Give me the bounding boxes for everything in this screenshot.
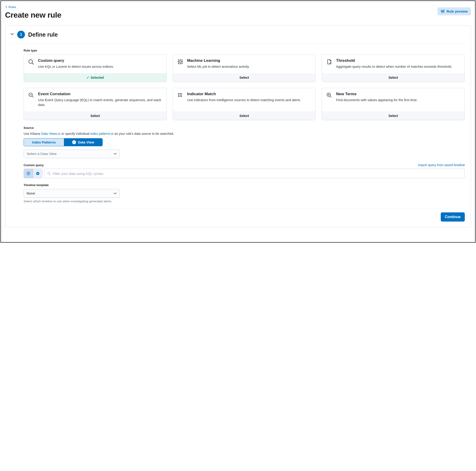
svg-point-20 <box>178 95 179 95</box>
search-icon <box>28 58 35 69</box>
svg-rect-2 <box>443 10 444 12</box>
card-title: Event Correlation <box>38 92 163 96</box>
check-icon: ✓ <box>86 76 89 80</box>
card-desc: Aggregate query results to detect when n… <box>336 64 461 69</box>
timeline-icon <box>441 9 445 13</box>
filter-options-button[interactable] <box>24 169 33 178</box>
svg-point-11 <box>180 63 181 64</box>
panel-footer: Continue <box>24 212 465 222</box>
chevron-down-icon <box>114 192 117 195</box>
rule-type-event-correlation[interactable]: Event Correlation Use Event Query Langua… <box>24 88 167 120</box>
topbar: Rules Create new rule Rule preview <box>5 5 471 19</box>
left-head: Rules Create new rule <box>5 5 61 19</box>
svg-point-3 <box>29 60 33 63</box>
svg-point-33 <box>48 172 50 174</box>
data-view-select[interactable]: Select a Data View <box>24 149 120 158</box>
back-link-label: Rules <box>8 5 16 9</box>
ml-icon <box>177 58 184 69</box>
source-help-text: Use Kibana Data Views or specify individ… <box>24 132 465 136</box>
svg-point-6 <box>180 60 181 60</box>
rule-type-cards: Custom query Use KQL or Lucene to detect… <box>24 54 465 120</box>
svg-line-4 <box>32 63 34 65</box>
timeline-template-value: None <box>27 191 35 195</box>
add-filter-button[interactable] <box>33 169 42 178</box>
search-icon <box>47 172 51 175</box>
card-footer-select[interactable]: Select <box>322 112 465 120</box>
svg-point-19 <box>178 93 179 94</box>
svg-point-7 <box>182 60 182 60</box>
rule-type-indicator-match[interactable]: Indicator Match Use indicators from inte… <box>173 88 316 120</box>
step-number-badge: 1 <box>17 31 25 38</box>
chevron-down-icon <box>114 152 117 155</box>
import-query-link[interactable]: Import query from saved timeline <box>418 163 465 167</box>
svg-point-8 <box>178 61 178 62</box>
rule-type-machine-learning[interactable]: Machine Learning Select ML job to detect… <box>173 54 316 82</box>
source-type-toggle: Index Patterns ✓ Data View <box>24 138 103 146</box>
rule-type-threshold[interactable]: Threshold Aggregate query results to det… <box>322 54 465 82</box>
rule-type-custom-query[interactable]: Custom query Use KQL or Lucene to detect… <box>24 54 167 82</box>
list-icon <box>177 92 184 107</box>
svg-point-5 <box>178 60 179 60</box>
card-title: Threshold <box>336 58 461 63</box>
card-desc: Use KQL or Lucene to detect issues acros… <box>38 64 163 69</box>
page-container: Rules Create new rule Rule preview 1 Def… <box>0 0 476 243</box>
step-content: Rule type Custom query Use KQL or Lucene… <box>10 49 466 222</box>
svg-line-14 <box>32 96 34 97</box>
kql-query-input[interactable] <box>53 172 462 176</box>
check-circle-icon: ✓ <box>72 140 76 144</box>
lens-icon <box>28 92 35 107</box>
card-footer-selected[interactable]: ✓Selected <box>24 73 167 82</box>
svg-point-9 <box>182 61 183 62</box>
chevron-left-icon <box>5 6 8 8</box>
svg-rect-0 <box>442 10 442 12</box>
svg-point-21 <box>178 96 179 97</box>
external-link-icon <box>111 132 114 136</box>
continue-button[interactable]: Continue <box>441 212 465 222</box>
index-patterns-link[interactable]: index patterns <box>90 132 114 135</box>
page-title: Create new rule <box>5 11 61 19</box>
step-title: Define rule <box>28 31 58 38</box>
zoom-in-icon <box>325 92 333 107</box>
tab-index-patterns[interactable]: Index Patterns <box>24 138 64 146</box>
card-footer-select[interactable]: Select <box>322 73 465 82</box>
chevron-down-icon <box>10 32 14 36</box>
timeline-template-select[interactable]: None <box>24 189 120 198</box>
card-desc: Use indicators from intelligence sources… <box>187 98 312 102</box>
tab-data-view[interactable]: ✓ Data View <box>64 138 102 146</box>
preview-button-label: Rule preview <box>446 9 468 13</box>
svg-line-34 <box>50 174 51 175</box>
external-link-icon <box>58 132 60 136</box>
query-tools <box>24 169 42 178</box>
card-desc: Use Event Query Language (EQL) to match … <box>38 98 163 107</box>
data-views-link[interactable]: Data Views <box>41 132 60 135</box>
custom-query-header: Custom query Import query from saved tim… <box>24 163 465 167</box>
card-footer-select[interactable]: Select <box>173 112 316 120</box>
svg-point-12 <box>182 63 182 64</box>
divider <box>24 208 465 208</box>
card-title: New Terms <box>336 92 461 96</box>
data-view-placeholder: Select a Data View <box>27 152 57 156</box>
filter-icon <box>26 171 31 176</box>
svg-rect-1 <box>442 11 443 12</box>
timeline-template-label: Timeline template <box>24 183 465 187</box>
card-footer-select[interactable]: Select <box>24 112 167 120</box>
svg-line-23 <box>330 96 332 97</box>
step-header: 1 Define rule <box>10 31 466 44</box>
rule-preview-button[interactable]: Rule preview <box>438 7 471 15</box>
card-desc: Find documents with values appearing for… <box>336 98 461 102</box>
card-footer-select[interactable]: Select <box>173 73 316 82</box>
define-rule-panel: 1 Define rule Rule type Custom query Use… <box>5 25 471 227</box>
card-title: Machine Learning <box>187 58 312 63</box>
kql-query-input-wrapper[interactable] <box>44 169 465 178</box>
card-title: Indicator Match <box>187 92 312 96</box>
svg-point-10 <box>178 63 179 64</box>
back-to-rules-link[interactable]: Rules <box>5 5 16 9</box>
source-section: Source Use Kibana Data Views or specify … <box>24 126 465 158</box>
rule-type-new-terms[interactable]: New Terms Find documents with values app… <box>322 88 465 120</box>
collapse-step-toggle[interactable] <box>10 32 14 37</box>
timeline-helper-text: Select which timeline to use when invest… <box>24 200 465 203</box>
card-desc: Select ML job to detect anomalous activi… <box>187 64 312 69</box>
rule-type-label: Rule type <box>24 49 465 52</box>
document-icon <box>325 58 333 69</box>
card-title: Custom query <box>38 58 163 63</box>
